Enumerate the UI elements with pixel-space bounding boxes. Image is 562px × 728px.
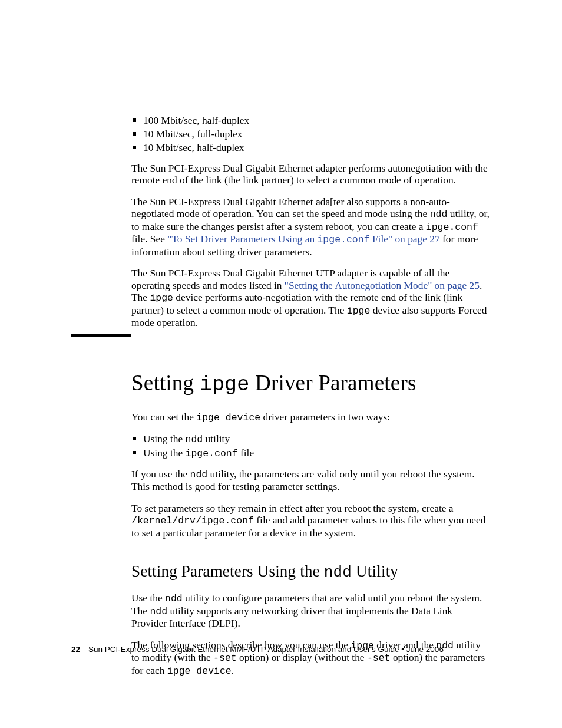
code: -set	[367, 653, 391, 664]
page-content: 100 Mbit/sec, half-duplex 10 Mbit/sec, f…	[131, 114, 490, 686]
paragraph: You can set the ipge device driver param…	[131, 411, 490, 423]
code: ipge.conf	[186, 448, 238, 459]
text: utility supports any networking driver t…	[131, 605, 452, 629]
page-footer: 22Sun PCI-Express Dual Gigabit Ethernet …	[71, 645, 444, 654]
text: To set parameters so they remain in effe…	[131, 502, 454, 514]
link-text: "To Set Driver Parameters Using an	[167, 233, 317, 245]
code: ipge device	[167, 666, 232, 677]
text: utility	[203, 433, 230, 444]
code: ipge device	[196, 412, 260, 423]
heading-text: Setting	[131, 371, 200, 395]
code: ipge	[347, 305, 371, 317]
list-item: 100 Mbit/sec, half-duplex	[143, 114, 490, 127]
paragraph: The Sun PCI-Express Dual Gigabit Etherne…	[131, 196, 490, 258]
paragraph: The Sun PCI-Express Dual Gigabit Etherne…	[131, 162, 490, 186]
code: -set	[213, 653, 237, 664]
subsection-heading: Setting Parameters Using the ndd Utility	[131, 562, 490, 581]
speed-mode-list: 100 Mbit/sec, half-duplex 10 Mbit/sec, f…	[131, 114, 490, 154]
heading-text: Driver Parameters	[250, 371, 416, 395]
text: file	[238, 447, 254, 459]
section-rule	[71, 334, 131, 337]
paragraph: Use the ndd utility to configure paramet…	[131, 592, 490, 629]
code: ndd	[186, 434, 203, 445]
code: /kernel/drv/ipge.conf	[131, 515, 254, 526]
paragraph: The Sun PCI-Express Dual Gigabit Etherne…	[131, 267, 490, 329]
paragraph: To set parameters so they remain in effe…	[131, 502, 490, 539]
text: driver parameters in two ways:	[260, 411, 390, 423]
code: ndd	[190, 469, 208, 480]
section-heading: Setting ipge Driver Parameters	[131, 370, 490, 397]
xref-link[interactable]: "Setting the Autonegotiation Mode" on pa…	[285, 279, 480, 291]
text: .	[232, 664, 234, 676]
link-code: ipge.conf	[317, 234, 369, 245]
footer-text: Sun PCI-Express Dual Gigabit Ethernet MM…	[88, 645, 444, 654]
paragraph: If you use the ndd utility, the paramete…	[131, 468, 490, 493]
heading-text: Setting Parameters Using the	[131, 562, 324, 580]
text: The Sun PCI-Express Dual Gigabit Etherne…	[131, 196, 450, 220]
code: ipge	[150, 292, 173, 304]
link-text: File" on page 27	[370, 233, 440, 245]
spacer	[131, 338, 490, 370]
list-item: Using the ndd utility	[143, 433, 490, 446]
text: You can set the	[131, 411, 196, 423]
text: If you use the	[131, 468, 190, 480]
code: ndd	[165, 593, 183, 604]
list-item: Using the ipge.conf file	[143, 447, 490, 460]
heading-text: Utility	[352, 562, 398, 580]
page: 100 Mbit/sec, half-duplex 10 Mbit/sec, f…	[0, 0, 562, 728]
page-number: 22	[71, 645, 80, 654]
xref-link[interactable]: "To Set Driver Parameters Using an ipge.…	[167, 233, 439, 245]
text: Use the	[131, 592, 165, 604]
code: ndd	[430, 209, 448, 220]
text: file. See	[131, 233, 167, 245]
text: Using the	[143, 433, 186, 444]
code: ipge.conf	[426, 222, 478, 233]
code: ndd	[150, 606, 167, 617]
method-list: Using the ndd utility Using the ipge.con…	[131, 433, 490, 460]
heading-code: ndd	[324, 564, 352, 581]
list-item: 10 Mbit/sec, half-duplex	[143, 141, 490, 154]
heading-code: ipge	[200, 373, 250, 397]
list-item: 10 Mbit/sec, full-duplex	[143, 128, 490, 140]
text: Using the	[143, 447, 186, 459]
